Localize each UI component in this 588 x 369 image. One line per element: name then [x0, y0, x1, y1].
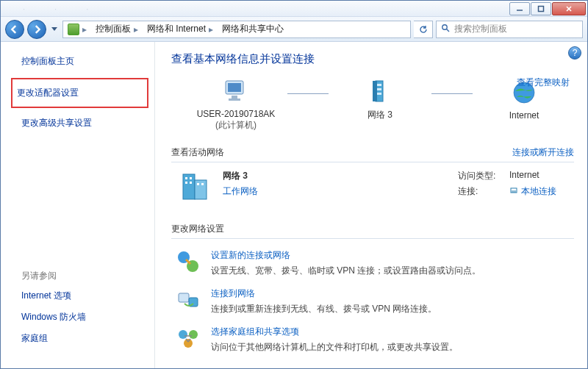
sidebar-link-adapter-settings[interactable]: 更改适配器设置	[11, 78, 148, 108]
active-network-name: 网络 3	[223, 170, 258, 182]
sidebar: 控制面板主页 更改适配器设置 更改高级共享设置 另请参阅 Internet 选项…	[1, 42, 155, 368]
browser-tabs-ghost: ···	[1, 4, 509, 13]
page-heading: 查看基本网络信息并设置连接	[171, 52, 574, 66]
active-network-type-link[interactable]: 工作网络	[223, 185, 258, 198]
settings-item-new-connection[interactable]: 设置新的连接或网络 设置无线、宽带、拨号、临时或 VPN 连接；或设置路由器或访…	[176, 249, 574, 277]
svg-rect-23	[197, 183, 199, 185]
network-tower-icon	[365, 76, 395, 106]
svg-rect-22	[190, 182, 192, 184]
homegroup-icon	[176, 326, 201, 351]
search-placeholder: 搜索控制面板	[454, 23, 507, 35]
svg-rect-9	[229, 98, 240, 101]
svg-rect-1	[539, 6, 544, 11]
crumb-network-sharing-center[interactable]: 网络和共享中心	[218, 21, 288, 37]
connect-disconnect-link[interactable]: 连接或断开连接	[512, 146, 574, 159]
network-map: 查看完整映射 USER-20190718AK (此计算机) 网络 3	[171, 76, 574, 132]
active-networks-header: 查看活动网络 连接或断开连接	[171, 146, 574, 162]
svg-rect-24	[201, 183, 204, 185]
svg-rect-20	[190, 177, 192, 179]
close-button[interactable]	[552, 2, 586, 15]
minimize-button[interactable]	[509, 2, 530, 15]
control-panel-icon	[68, 24, 79, 35]
sidebar-link-advanced-sharing[interactable]: 更改高级共享设置	[21, 117, 144, 129]
sidebar-home-link[interactable]: 控制面板主页	[21, 55, 144, 68]
crumb-network-internet[interactable]: 网络和 Internet▸	[143, 21, 218, 37]
crumb-control-panel[interactable]: 控制面板▸	[91, 21, 143, 37]
map-node-this-pc[interactable]: USER-20190718AK (此计算机)	[192, 76, 280, 132]
svg-rect-19	[185, 177, 187, 179]
maximize-button[interactable]	[531, 2, 551, 15]
svg-rect-12	[377, 84, 381, 86]
access-type-value: Internet	[509, 170, 539, 182]
svg-rect-14	[377, 93, 381, 95]
search-icon	[441, 24, 450, 35]
help-icon[interactable]: ?	[568, 46, 581, 60]
change-settings-header: 更改网络设置	[171, 223, 574, 239]
new-connection-icon	[176, 249, 201, 274]
access-type-label: 访问类型:	[458, 170, 502, 182]
svg-line-5	[447, 29, 450, 32]
map-connector	[431, 93, 473, 94]
see-also-label: 另请参阅	[21, 270, 144, 282]
svg-rect-13	[377, 88, 381, 90]
connect-network-icon	[176, 287, 201, 312]
breadcrumb[interactable]: ▸ 控制面板▸ 网络和 Internet▸ 网络和共享中心	[62, 21, 411, 38]
svg-point-34	[189, 330, 198, 339]
work-network-icon	[179, 170, 212, 204]
svg-rect-17	[183, 174, 195, 199]
settings-item-connect-network[interactable]: 连接到网络 连接到或重新连接到无线、有线、拨号或 VPN 网络连接。	[176, 287, 574, 315]
window-titlebar: ···	[1, 1, 587, 17]
svg-rect-21	[185, 182, 187, 184]
address-bar: ▸ 控制面板▸ 网络和 Internet▸ 网络和共享中心 搜索控制面板	[1, 17, 587, 42]
computer-icon	[221, 76, 251, 106]
search-input[interactable]: 搜索控制面板	[436, 21, 583, 38]
view-full-map-link[interactable]: 查看完整映射	[517, 76, 570, 89]
svg-rect-31	[179, 293, 189, 302]
refresh-button[interactable]	[414, 21, 433, 38]
ethernet-icon	[509, 186, 518, 197]
nav-forward-button[interactable]	[27, 20, 46, 39]
see-also-windows-firewall[interactable]: Windows 防火墙	[21, 311, 144, 323]
main-panel: ? 查看基本网络信息并设置连接 查看完整映射 USER-20190718AK (…	[155, 42, 587, 368]
svg-rect-11	[373, 81, 377, 101]
nav-history-dropdown[interactable]	[49, 27, 60, 32]
svg-rect-18	[195, 180, 207, 199]
connection-link[interactable]: 本地连接	[509, 185, 556, 198]
see-also-homegroup[interactable]: 家庭组	[21, 332, 144, 345]
see-also-internet-options[interactable]: Internet 选项	[21, 290, 144, 302]
svg-rect-7	[228, 83, 241, 92]
svg-point-4	[442, 25, 447, 29]
connection-label: 连接:	[458, 185, 502, 198]
settings-item-homegroup-sharing[interactable]: 选择家庭组和共享选项 访问位于其他网络计算机上的文件和打印机，或更改共享设置。	[176, 326, 574, 354]
svg-rect-8	[232, 96, 237, 98]
svg-point-33	[179, 330, 187, 339]
nav-back-button[interactable]	[5, 20, 24, 39]
map-node-network[interactable]: 网络 3	[336, 76, 424, 132]
svg-point-35	[184, 339, 193, 348]
map-connector	[287, 93, 329, 94]
